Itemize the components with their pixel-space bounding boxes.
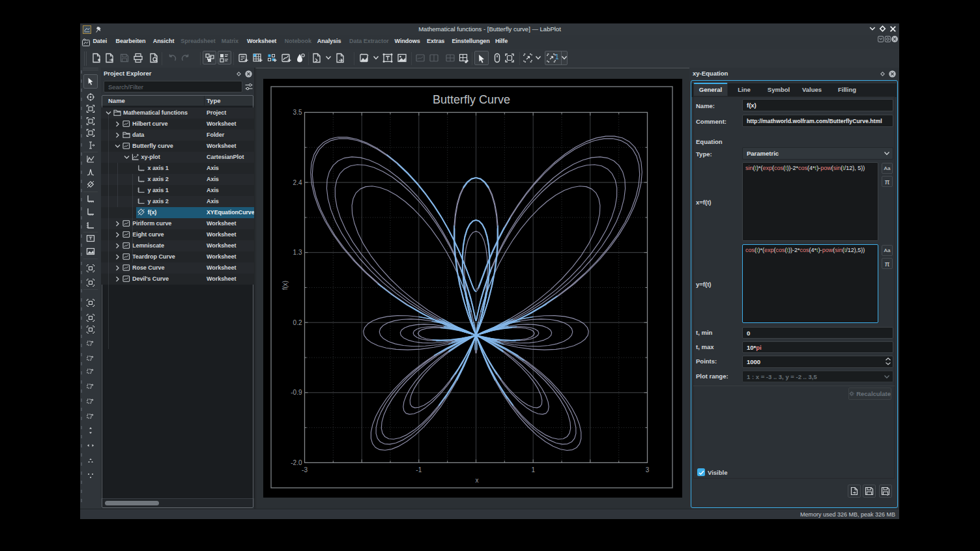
svg-text:-2.0: -2.0 [291,459,302,466]
svg-text:3.5: 3.5 [293,109,302,116]
svg-text:1: 1 [531,466,535,473]
svg-text:f(x): f(x) [281,281,289,290]
svg-text:2.4: 2.4 [293,179,302,186]
svg-text:x: x [476,477,479,484]
svg-text:Butterfly Curve: Butterfly Curve [433,93,510,106]
svg-text:0.2: 0.2 [293,319,302,326]
svg-text:-3: -3 [302,466,308,473]
svg-text:-0.9: -0.9 [291,389,302,396]
svg-text:1.3: 1.3 [293,249,302,256]
svg-text:-1: -1 [416,466,422,473]
svg-text:3: 3 [646,466,650,473]
